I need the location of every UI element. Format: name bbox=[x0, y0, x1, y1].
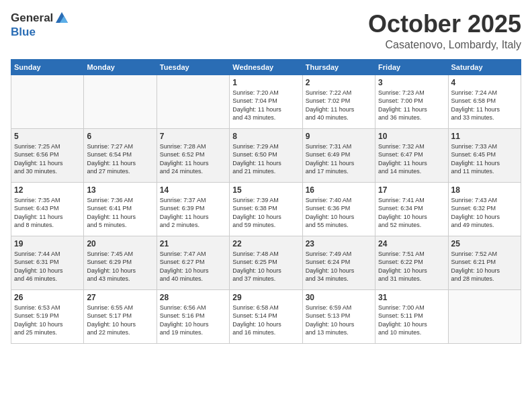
day-info: Sunrise: 7:20 AMSunset: 7:04 PMDaylight:… bbox=[232, 89, 299, 122]
table-row: 25Sunrise: 7:52 AMSunset: 6:21 PMDayligh… bbox=[448, 236, 521, 289]
table-row: 15Sunrise: 7:39 AMSunset: 6:38 PMDayligh… bbox=[230, 182, 302, 236]
table-row: 30Sunrise: 6:59 AMSunset: 5:13 PMDayligh… bbox=[302, 289, 375, 343]
col-sunday: Sunday bbox=[11, 59, 84, 75]
table-row: 12Sunrise: 7:35 AMSunset: 6:43 PMDayligh… bbox=[11, 182, 84, 236]
day-number: 20 bbox=[87, 239, 153, 248]
table-row: 13Sunrise: 7:36 AMSunset: 6:41 PMDayligh… bbox=[84, 182, 157, 236]
table-row bbox=[11, 75, 84, 128]
day-info: Sunrise: 7:35 AMSunset: 6:43 PMDaylight:… bbox=[14, 196, 81, 230]
day-number: 3 bbox=[378, 78, 445, 87]
table-row: 1Sunrise: 7:20 AMSunset: 7:04 PMDaylight… bbox=[230, 75, 302, 128]
col-wednesday: Wednesday bbox=[230, 59, 302, 75]
day-number: 7 bbox=[160, 132, 226, 141]
calendar-week-row: 1Sunrise: 7:20 AMSunset: 7:04 PMDaylight… bbox=[11, 75, 521, 128]
table-row: 21Sunrise: 7:47 AMSunset: 6:27 PMDayligh… bbox=[157, 236, 229, 289]
col-monday: Monday bbox=[84, 59, 157, 75]
day-info: Sunrise: 6:58 AMSunset: 5:14 PMDaylight:… bbox=[232, 304, 299, 337]
day-info: Sunrise: 7:37 AMSunset: 6:39 PMDaylight:… bbox=[160, 196, 226, 230]
day-info: Sunrise: 6:53 AMSunset: 5:19 PMDaylight:… bbox=[14, 304, 81, 337]
day-number: 16 bbox=[306, 185, 372, 195]
table-row: 28Sunrise: 6:56 AMSunset: 5:16 PMDayligh… bbox=[157, 289, 229, 343]
table-row: 14Sunrise: 7:37 AMSunset: 6:39 PMDayligh… bbox=[157, 182, 229, 236]
table-row: 23Sunrise: 7:49 AMSunset: 6:24 PMDayligh… bbox=[302, 236, 375, 289]
table-row: 6Sunrise: 7:27 AMSunset: 6:54 PMDaylight… bbox=[84, 128, 157, 182]
table-row: 18Sunrise: 7:43 AMSunset: 6:32 PMDayligh… bbox=[448, 182, 521, 236]
day-number: 27 bbox=[87, 293, 153, 302]
day-info: Sunrise: 7:27 AMSunset: 6:54 PMDaylight:… bbox=[87, 142, 153, 176]
day-info: Sunrise: 7:33 AMSunset: 6:45 PMDaylight:… bbox=[451, 142, 518, 176]
day-info: Sunrise: 7:32 AMSunset: 6:47 PMDaylight:… bbox=[378, 142, 445, 176]
calendar-week-row: 12Sunrise: 7:35 AMSunset: 6:43 PMDayligh… bbox=[11, 182, 521, 236]
table-row bbox=[448, 289, 521, 343]
table-row: 29Sunrise: 6:58 AMSunset: 5:14 PMDayligh… bbox=[230, 289, 302, 343]
table-row: 24Sunrise: 7:51 AMSunset: 6:22 PMDayligh… bbox=[375, 236, 448, 289]
day-number: 14 bbox=[160, 185, 226, 195]
table-row: 22Sunrise: 7:48 AMSunset: 6:25 PMDayligh… bbox=[230, 236, 302, 289]
day-info: Sunrise: 7:52 AMSunset: 6:21 PMDaylight:… bbox=[451, 250, 518, 283]
calendar-week-row: 5Sunrise: 7:25 AMSunset: 6:56 PMDaylight… bbox=[11, 128, 521, 182]
day-info: Sunrise: 7:47 AMSunset: 6:27 PMDaylight:… bbox=[160, 250, 226, 283]
day-number: 12 bbox=[14, 185, 81, 195]
day-number: 26 bbox=[14, 293, 81, 302]
table-row: 8Sunrise: 7:29 AMSunset: 6:50 PMDaylight… bbox=[230, 128, 302, 182]
table-row: 9Sunrise: 7:31 AMSunset: 6:49 PMDaylight… bbox=[302, 128, 375, 182]
day-number: 2 bbox=[306, 78, 372, 87]
day-number: 13 bbox=[87, 185, 153, 195]
day-number: 15 bbox=[232, 185, 299, 195]
day-number: 10 bbox=[378, 132, 445, 141]
col-saturday: Saturday bbox=[448, 59, 521, 75]
table-row: 3Sunrise: 7:23 AMSunset: 7:00 PMDaylight… bbox=[375, 75, 448, 128]
location-title: Casatenovo, Lombardy, Italy bbox=[368, 39, 521, 51]
day-number: 28 bbox=[160, 293, 226, 302]
day-number: 25 bbox=[451, 239, 518, 248]
table-row: 7Sunrise: 7:28 AMSunset: 6:52 PMDaylight… bbox=[157, 128, 229, 182]
day-info: Sunrise: 7:43 AMSunset: 6:32 PMDaylight:… bbox=[451, 196, 518, 230]
day-number: 19 bbox=[14, 239, 81, 248]
day-info: Sunrise: 6:59 AMSunset: 5:13 PMDaylight:… bbox=[306, 304, 372, 337]
day-number: 17 bbox=[378, 185, 445, 195]
day-number: 23 bbox=[306, 239, 372, 248]
day-info: Sunrise: 7:40 AMSunset: 6:36 PMDaylight:… bbox=[306, 196, 372, 230]
day-info: Sunrise: 7:25 AMSunset: 6:56 PMDaylight:… bbox=[14, 142, 81, 176]
table-row: 2Sunrise: 7:22 AMSunset: 7:02 PMDaylight… bbox=[302, 75, 375, 128]
table-row: 20Sunrise: 7:45 AMSunset: 6:29 PMDayligh… bbox=[84, 236, 157, 289]
logo-icon bbox=[54, 11, 69, 26]
day-info: Sunrise: 6:56 AMSunset: 5:16 PMDaylight:… bbox=[160, 304, 226, 337]
table-row: 26Sunrise: 6:53 AMSunset: 5:19 PMDayligh… bbox=[11, 289, 84, 343]
day-info: Sunrise: 7:45 AMSunset: 6:29 PMDaylight:… bbox=[87, 250, 153, 283]
table-row: 27Sunrise: 6:55 AMSunset: 5:17 PMDayligh… bbox=[84, 289, 157, 343]
calendar: Sunday Monday Tuesday Wednesday Thursday… bbox=[11, 59, 521, 344]
day-info: Sunrise: 7:29 AMSunset: 6:50 PMDaylight:… bbox=[232, 142, 299, 176]
day-number: 1 bbox=[232, 78, 299, 87]
day-info: Sunrise: 7:49 AMSunset: 6:24 PMDaylight:… bbox=[306, 250, 372, 283]
day-info: Sunrise: 7:00 AMSunset: 5:11 PMDaylight:… bbox=[378, 304, 445, 337]
col-thursday: Thursday bbox=[302, 59, 375, 75]
logo-general-text: General bbox=[11, 11, 53, 25]
table-row: 5Sunrise: 7:25 AMSunset: 6:56 PMDaylight… bbox=[11, 128, 84, 182]
day-number: 22 bbox=[232, 239, 299, 248]
table-row: 17Sunrise: 7:41 AMSunset: 6:34 PMDayligh… bbox=[375, 182, 448, 236]
day-number: 9 bbox=[306, 132, 372, 141]
day-number: 11 bbox=[451, 132, 518, 141]
logo-blue-text: Blue bbox=[11, 26, 36, 38]
day-number: 30 bbox=[306, 293, 372, 302]
calendar-week-row: 26Sunrise: 6:53 AMSunset: 5:19 PMDayligh… bbox=[11, 289, 521, 343]
day-number: 31 bbox=[378, 293, 445, 302]
day-number: 21 bbox=[160, 239, 226, 248]
day-number: 8 bbox=[232, 132, 299, 141]
month-title: October 2025 bbox=[368, 11, 521, 38]
table-row: 10Sunrise: 7:32 AMSunset: 6:47 PMDayligh… bbox=[375, 128, 448, 182]
day-info: Sunrise: 7:22 AMSunset: 7:02 PMDaylight:… bbox=[306, 89, 372, 122]
calendar-header-row: Sunday Monday Tuesday Wednesday Thursday… bbox=[11, 59, 521, 75]
day-info: Sunrise: 7:23 AMSunset: 7:00 PMDaylight:… bbox=[378, 89, 445, 122]
table-row: 16Sunrise: 7:40 AMSunset: 6:36 PMDayligh… bbox=[302, 182, 375, 236]
col-friday: Friday bbox=[375, 59, 448, 75]
table-row: 19Sunrise: 7:44 AMSunset: 6:31 PMDayligh… bbox=[11, 236, 84, 289]
calendar-week-row: 19Sunrise: 7:44 AMSunset: 6:31 PMDayligh… bbox=[11, 236, 521, 289]
day-info: Sunrise: 6:55 AMSunset: 5:17 PMDaylight:… bbox=[87, 304, 153, 337]
day-info: Sunrise: 7:39 AMSunset: 6:38 PMDaylight:… bbox=[232, 196, 299, 230]
day-number: 29 bbox=[232, 293, 299, 302]
day-number: 4 bbox=[451, 78, 518, 87]
table-row: 4Sunrise: 7:24 AMSunset: 6:58 PMDaylight… bbox=[448, 75, 521, 128]
header: General Blue October 2025 Casatenovo, Lo… bbox=[11, 11, 521, 51]
